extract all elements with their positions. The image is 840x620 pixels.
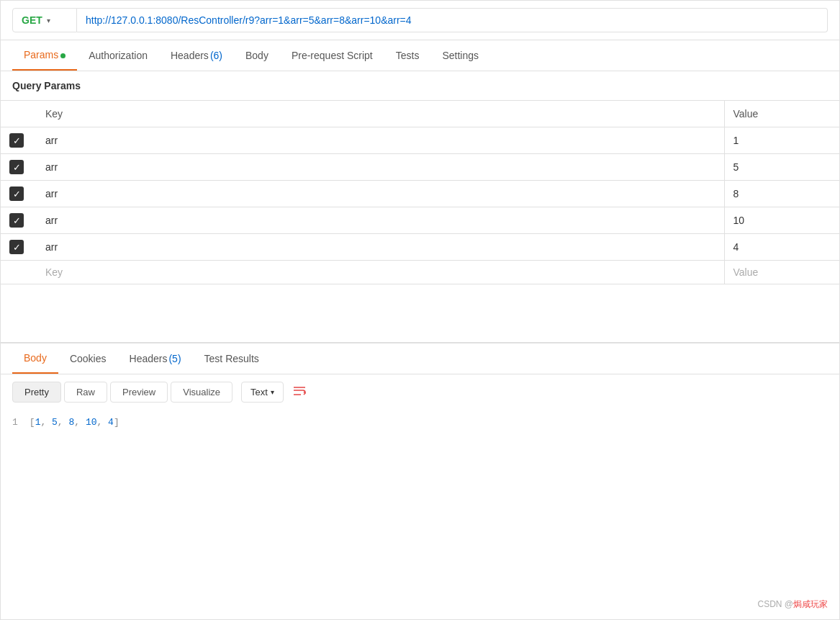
col-header-checkbox bbox=[1, 101, 37, 127]
response-tabs: Body Cookies Headers(5) Test Results bbox=[1, 343, 839, 374]
format-raw[interactable]: Raw bbox=[64, 382, 107, 403]
tab-params[interactable]: Params bbox=[12, 40, 77, 71]
tab-tests[interactable]: Tests bbox=[384, 41, 431, 70]
table-row: ✓ arr 4 bbox=[1, 234, 839, 261]
checkbox-cell-0[interactable]: ✓ bbox=[1, 127, 37, 154]
response-tab-testresults[interactable]: Test Results bbox=[193, 344, 271, 373]
placeholder-row: Key Value bbox=[1, 261, 839, 284]
checkbox-1[interactable]: ✓ bbox=[9, 160, 24, 174]
key-cell-4[interactable]: arr bbox=[37, 234, 724, 261]
method-label: GET bbox=[22, 14, 42, 26]
key-cell-3[interactable]: arr bbox=[37, 207, 724, 234]
value-cell-2[interactable]: 8 bbox=[724, 181, 839, 207]
response-body: 1 [1, 5, 8, 10, 4] bbox=[1, 410, 839, 435]
method-dropdown-icon: ▾ bbox=[47, 17, 50, 24]
line-number-1: 1 bbox=[12, 417, 18, 428]
checkbox-cell-3[interactable]: ✓ bbox=[1, 207, 37, 234]
request-tabs: Params Authorization Headers(6) Body Pre… bbox=[1, 40, 839, 71]
checkbox-2[interactable]: ✓ bbox=[9, 187, 24, 201]
key-cell-1[interactable]: arr bbox=[37, 154, 724, 181]
value-cell-4[interactable]: 4 bbox=[724, 234, 839, 261]
watermark: CSDN @焗咸玩家 bbox=[757, 598, 828, 611]
key-cell-0[interactable]: arr bbox=[37, 127, 724, 154]
table-row: ✓ arr 1 bbox=[1, 127, 839, 154]
col-header-value: Value bbox=[724, 101, 839, 127]
table-row: ✓ arr 5 bbox=[1, 154, 839, 181]
col-header-key: Key bbox=[37, 101, 724, 127]
tab-body[interactable]: Body bbox=[234, 41, 280, 70]
bracket-open: [ bbox=[30, 417, 35, 428]
wrap-icon[interactable] bbox=[292, 384, 307, 401]
params-table: Key Value ✓ arr 1 ✓ arr 5 bbox=[1, 100, 839, 284]
checkbox-3[interactable]: ✓ bbox=[9, 213, 24, 228]
format-pretty[interactable]: Pretty bbox=[12, 382, 61, 403]
query-params-title: Query Params bbox=[1, 71, 839, 100]
checkbox-cell-2[interactable]: ✓ bbox=[1, 181, 37, 207]
checkbox-cell-4[interactable]: ✓ bbox=[1, 234, 37, 261]
response-content: [1, 5, 8, 10, 4] bbox=[30, 417, 119, 428]
response-container: Body Cookies Headers(5) Test Results Pre… bbox=[1, 342, 839, 435]
spacer bbox=[1, 284, 839, 342]
tab-authorization[interactable]: Authorization bbox=[77, 41, 159, 70]
checkbox-cell-1[interactable]: ✓ bbox=[1, 154, 37, 181]
response-tab-headers[interactable]: Headers(5) bbox=[118, 344, 193, 373]
response-headers-badge: (5) bbox=[168, 353, 181, 364]
tab-headers[interactable]: Headers(6) bbox=[159, 41, 234, 70]
tab-settings[interactable]: Settings bbox=[430, 41, 490, 70]
table-row: ✓ arr 10 bbox=[1, 207, 839, 234]
checkbox-4[interactable]: ✓ bbox=[9, 240, 24, 254]
value-cell-0[interactable]: 1 bbox=[724, 127, 839, 154]
key-cell-2[interactable]: arr bbox=[37, 181, 724, 207]
params-dot bbox=[60, 53, 66, 58]
text-format-label: Text bbox=[250, 387, 268, 397]
table-row: ✓ arr 8 bbox=[1, 181, 839, 207]
value-cell-1[interactable]: 5 bbox=[724, 154, 839, 181]
url-bar: GET ▾ bbox=[1, 1, 839, 40]
value-cell-3[interactable]: 10 bbox=[724, 207, 839, 234]
text-dropdown-icon: ▾ bbox=[271, 388, 274, 396]
format-visualize[interactable]: Visualize bbox=[171, 382, 232, 403]
checkbox-0[interactable]: ✓ bbox=[9, 133, 24, 148]
tab-prerequest[interactable]: Pre-request Script bbox=[280, 41, 384, 70]
format-preview[interactable]: Preview bbox=[110, 382, 168, 403]
method-selector[interactable]: GET ▾ bbox=[12, 8, 77, 32]
url-input[interactable] bbox=[77, 8, 828, 32]
bracket-close: ] bbox=[114, 417, 119, 428]
placeholder-key[interactable]: Key bbox=[37, 261, 724, 284]
text-format-selector[interactable]: Text ▾ bbox=[241, 382, 284, 403]
response-tab-cookies[interactable]: Cookies bbox=[58, 344, 118, 373]
placeholder-value[interactable]: Value bbox=[724, 261, 839, 284]
response-line-1: 1 [1, 5, 8, 10, 4] bbox=[12, 417, 828, 428]
response-tab-body[interactable]: Body bbox=[12, 343, 58, 374]
headers-badge: (6) bbox=[210, 50, 222, 61]
format-tabs: Pretty Raw Preview Visualize Text ▾ bbox=[1, 374, 839, 410]
